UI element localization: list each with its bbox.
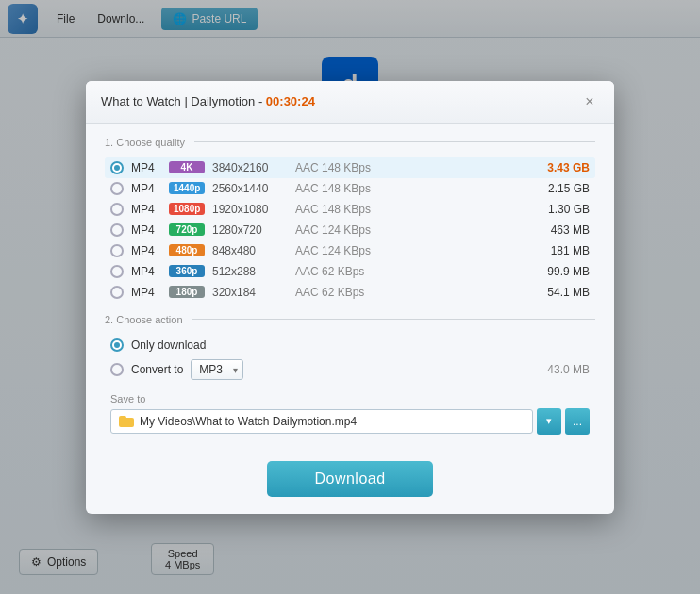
quality-radio-3[interactable] [110, 223, 124, 237]
only-download-label: Only download [131, 338, 206, 352]
quality-row[interactable]: MP4 1080p 1920x1080 AAC 148 KBps 1.30 GB [105, 199, 595, 220]
quality-radio-0[interactable] [110, 161, 124, 174]
quality-radio-5[interactable] [110, 265, 124, 278]
modal-footer: Download [86, 448, 614, 514]
only-download-radio[interactable] [110, 338, 124, 352]
audio-info-6: AAC 62 KBps [295, 286, 525, 299]
format-label-1: MP4 [131, 182, 161, 195]
resolution-6: 320x184 [212, 286, 288, 299]
resolution-3: 1280x720 [212, 223, 288, 237]
quality-badge-4: 480p [169, 244, 205, 256]
resolution-4: 848x480 [212, 244, 288, 257]
format-label-6: MP4 [131, 286, 161, 299]
quality-row[interactable]: MP4 1440p 2560x1440 AAC 148 KBps 2.15 GB [105, 178, 595, 199]
resolution-1: 2560x1440 [212, 182, 288, 195]
audio-info-5: AAC 62 KBps [295, 265, 525, 278]
quality-row[interactable]: MP4 720p 1280x720 AAC 124 KBps 463 MB [105, 220, 595, 240]
convert-size: 43.0 MB [547, 363, 590, 376]
quality-radio-6[interactable] [110, 286, 124, 299]
modal-overlay: What to Watch | Dailymotion - 00:30:24 ×… [0, 0, 700, 594]
quality-badge-3: 720p [169, 223, 205, 236]
save-path-text: My Videos\What to Watch Dailymotion.mp4 [140, 415, 357, 428]
quality-badge-1: 1440p [169, 182, 205, 194]
format-label-5: MP4 [131, 265, 161, 278]
browse-dots-icon: ... [573, 415, 582, 428]
convert-format-wrapper[interactable]: MP3AACM4AWAV [191, 359, 243, 380]
quality-list: MP4 4K 3840x2160 AAC 148 KBps 3.43 GB MP… [105, 157, 595, 303]
action-section-header: 2. Choose action [105, 314, 595, 325]
action-only-download-row[interactable]: Only download [105, 335, 595, 355]
audio-info-2: AAC 148 KBps [295, 203, 525, 216]
audio-info-4: AAC 124 KBps [295, 244, 525, 257]
action-section-divider [192, 319, 595, 320]
file-size-3: 463 MB [533, 223, 590, 237]
quality-row[interactable]: MP4 360p 512x288 AAC 62 KBps 99.9 MB [105, 261, 595, 282]
action-convert-row[interactable]: Convert to MP3AACM4AWAV 43.0 MB [105, 355, 595, 384]
quality-row[interactable]: MP4 480p 848x480 AAC 124 KBps 181 MB [105, 240, 595, 261]
folder-icon [119, 416, 134, 427]
format-label-2: MP4 [131, 203, 161, 216]
browse-button[interactable]: ... [565, 408, 590, 435]
audio-info-1: AAC 148 KBps [295, 182, 525, 195]
quality-radio-4[interactable] [110, 244, 124, 257]
modal-timer: 00:30:24 [266, 94, 315, 108]
file-size-2: 1.30 GB [533, 203, 590, 216]
quality-section-label: 1. Choose quality [105, 137, 185, 148]
resolution-5: 512x288 [212, 265, 288, 278]
file-size-4: 181 MB [533, 244, 590, 257]
quality-row[interactable]: MP4 4K 3840x2160 AAC 148 KBps 3.43 GB [105, 157, 595, 178]
quality-badge-2: 1080p [169, 203, 205, 215]
modal-dialog: What to Watch | Dailymotion - 00:30:24 ×… [86, 81, 614, 514]
modal-header: What to Watch | Dailymotion - 00:30:24 × [86, 81, 614, 124]
format-label-3: MP4 [131, 223, 161, 237]
action-section-label: 2. Choose action [105, 314, 183, 325]
quality-radio-2[interactable] [110, 203, 124, 216]
quality-radio-1[interactable] [110, 182, 124, 195]
convert-format-select[interactable]: MP3AACM4AWAV [191, 359, 243, 380]
file-size-1: 2.15 GB [533, 182, 590, 195]
file-size-5: 99.9 MB [533, 265, 590, 278]
quality-row[interactable]: MP4 180p 320x184 AAC 62 KBps 54.1 MB [105, 282, 595, 303]
file-size-6: 54.1 MB [533, 286, 590, 299]
audio-info-3: AAC 124 KBps [295, 223, 525, 237]
quality-badge-0: 4K [169, 161, 205, 173]
quality-section-header: 1. Choose quality [105, 137, 595, 148]
quality-section-divider [194, 141, 595, 142]
format-label-4: MP4 [131, 244, 161, 257]
modal-body: 1. Choose quality MP4 4K 3840x2160 AAC 1… [86, 124, 614, 448]
modal-close-button[interactable]: × [580, 92, 599, 111]
quality-badge-5: 360p [169, 265, 205, 277]
save-dropdown-button[interactable]: ▾ [537, 408, 561, 435]
quality-badge-6: 180p [169, 286, 205, 298]
modal-title: What to Watch | Dailymotion - 00:30:24 [101, 94, 315, 108]
save-path-row: My Videos\What to Watch Dailymotion.mp4 … [110, 408, 590, 435]
format-label-0: MP4 [131, 161, 161, 174]
convert-radio[interactable] [110, 363, 124, 376]
save-to-label: Save to [110, 393, 590, 404]
download-button[interactable]: Download [267, 461, 432, 497]
convert-to-label: Convert to [131, 363, 183, 376]
save-path-box: My Videos\What to Watch Dailymotion.mp4 [110, 409, 533, 434]
dropdown-arrow-icon: ▾ [546, 415, 552, 427]
audio-info-0: AAC 148 KBps [295, 161, 525, 174]
resolution-2: 1920x1080 [212, 203, 288, 216]
file-size-0: 3.43 GB [533, 161, 590, 174]
resolution-0: 3840x2160 [212, 161, 288, 174]
